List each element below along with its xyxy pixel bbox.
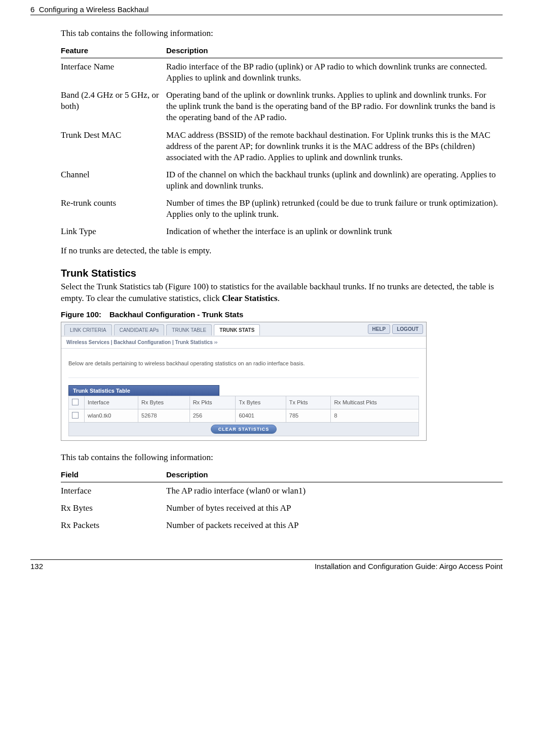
page-header: 6 Configuring a Wireless Backhaul (30, 0, 503, 15)
desc-cell: ID of the channel on which the backhaul … (166, 166, 503, 195)
feature-cell: Channel (61, 166, 166, 195)
chapter-title: Configuring a Wireless Backhaul (39, 5, 149, 14)
feature-col-header: Feature (61, 43, 166, 58)
cell-rx-pkts: 256 (189, 409, 236, 422)
footer-title: Installation and Configuration Guide: Ai… (315, 562, 503, 571)
trunk-stats-section-bar: Trunk Statistics Table (68, 385, 219, 396)
cell-rx-bytes: 52678 (138, 409, 190, 422)
help-button[interactable]: HELP (368, 324, 391, 334)
col-tx-pkts: Tx Pkts (286, 396, 331, 409)
tab-bar: LINK CRITERIA CANDIDATE APs TRUNK TABLE … (61, 322, 426, 336)
col-interface: Interface (85, 396, 138, 409)
trunk-stats-screenshot: LINK CRITERIA CANDIDATE APs TRUNK TABLE … (61, 322, 427, 441)
col-rx-pkts: Rx Pkts (189, 396, 236, 409)
field-cell: Rx Packets (61, 517, 166, 534)
section-heading: Trunk Statistics (61, 268, 503, 279)
cell-rx-multicast: 8 (331, 409, 419, 422)
field-col-header: Field (61, 467, 166, 482)
clear-row: CLEAR STATISTICS (68, 423, 419, 436)
clear-statistics-button[interactable]: CLEAR STATISTICS (211, 425, 277, 434)
desc-cell: Number of packets received at this AP (166, 517, 503, 534)
field-cell: Interface (61, 482, 166, 500)
cell-tx-pkts: 785 (286, 409, 331, 422)
table-row: Interface Name Radio interface of the BP… (61, 58, 503, 87)
breadcrumb: Wireless Services | Backhaul Configurati… (61, 336, 426, 349)
desc-cell: The AP radio interface (wlan0 or wlan1) (166, 482, 503, 500)
feature-cell: Re-trunk counts (61, 195, 166, 223)
table-row: Rx Packets Number of packets received at… (61, 517, 503, 534)
table-row: Band (2.4 GHz or 5 GHz, or both) Operati… (61, 87, 503, 126)
row-select[interactable] (69, 409, 85, 422)
figure-title: Backhaul Configuration - Trunk Stats (109, 310, 243, 319)
checkbox-icon[interactable] (72, 412, 79, 419)
feature-cell: Trunk Dest MAC (61, 127, 166, 166)
field-table: Field Description Interface The AP radio… (61, 467, 503, 534)
figure-caption: Figure 100:Backhaul Configuration - Trun… (61, 310, 503, 319)
desc-cell: Operating band of the uplink or downlink… (166, 87, 503, 126)
col-rx-multicast: Rx Multicast Pkts (331, 396, 419, 409)
trunk-stats-table: Interface Rx Bytes Rx Pkts Tx Bytes Tx P… (68, 396, 419, 423)
select-all-header[interactable] (69, 396, 85, 409)
tab-trunk-table[interactable]: TRUNK TABLE (166, 324, 212, 335)
tab-trunk-stats[interactable]: TRUNK STATS (214, 324, 260, 335)
table-row: Link Type Indication of whether the inte… (61, 223, 503, 240)
intro-paragraph-2: This tab contains the following informat… (61, 452, 503, 463)
desc-cell: Number of bytes received at this AP (166, 500, 503, 517)
field-cell: Rx Bytes (61, 500, 166, 517)
feature-cell: Link Type (61, 223, 166, 240)
table-row: Trunk Dest MAC MAC address (BSSID) of th… (61, 127, 503, 166)
figure-label: Figure 100: (61, 310, 101, 319)
desc-cell: Number of times the BP (uplink) retrunke… (166, 195, 503, 223)
cell-interface: wlan0.tk0 (85, 409, 138, 422)
section-text-bold: Clear Statistics (222, 293, 278, 303)
logout-button[interactable]: LOGOUT (392, 324, 423, 334)
section-paragraph: Select the Trunk Statistics tab (Figure … (61, 281, 503, 304)
tab-candidate-aps[interactable]: CANDIDATE APs (114, 324, 165, 335)
feature-table: Feature Description Interface Name Radio… (61, 43, 503, 240)
table-row: Rx Bytes Number of bytes received at thi… (61, 500, 503, 517)
desc-cell: Indication of whether the interface is a… (166, 223, 503, 240)
feature-cell: Band (2.4 GHz or 5 GHz, or both) (61, 87, 166, 126)
description-col-header: Description (166, 467, 503, 482)
stats-row: wlan0.tk0 52678 256 60401 785 8 (69, 409, 419, 422)
col-rx-bytes: Rx Bytes (138, 396, 190, 409)
feature-cell: Interface Name (61, 58, 166, 87)
table-row: Re-trunk counts Number of times the BP (… (61, 195, 503, 223)
page-footer: 132 Installation and Configuration Guide… (30, 559, 503, 571)
desc-cell: MAC address (BSSID) of the remote backha… (166, 127, 503, 166)
checkbox-icon[interactable] (72, 399, 79, 405)
intro-paragraph-1: This tab contains the following informat… (61, 28, 503, 39)
col-tx-bytes: Tx Bytes (236, 396, 286, 409)
tab-link-criteria[interactable]: LINK CRITERIA (64, 324, 112, 335)
description-col-header: Description (166, 43, 503, 58)
table-row: Interface The AP radio interface (wlan0 … (61, 482, 503, 500)
header-divider (30, 15, 503, 15)
after-table-note: If no trunks are detected, the table is … (61, 245, 503, 256)
desc-cell: Radio interface of the BP radio (uplink)… (166, 58, 503, 87)
panel-description: Below are details pertaining to wireless… (68, 357, 419, 378)
chapter-number: 6 (30, 5, 34, 14)
page-number: 132 (30, 562, 43, 571)
section-text-after: . (278, 293, 280, 303)
table-row: Channel ID of the channel on which the b… (61, 166, 503, 195)
cell-tx-bytes: 60401 (236, 409, 286, 422)
